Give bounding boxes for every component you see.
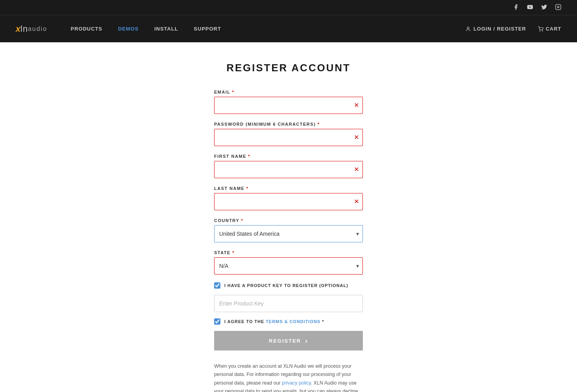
terms-checkbox-row: I AGREE TO THE TERMS & CONDITIONS * xyxy=(214,318,363,325)
svg-point-3 xyxy=(467,27,469,29)
password-input[interactable] xyxy=(214,129,363,146)
nav-support[interactable]: SUPPORT xyxy=(194,26,221,32)
firstname-clear-icon[interactable]: ✕ xyxy=(354,166,359,173)
product-key-checkbox-label[interactable]: I HAVE A PRODUCT KEY TO REGISTER (OPTION… xyxy=(224,283,348,288)
cart-link[interactable]: CART xyxy=(538,26,561,32)
logo-ln: ln xyxy=(20,24,28,34)
social-bar xyxy=(0,0,577,15)
nav-links: PRODUCTS DEMOS INSTALL SUPPORT xyxy=(71,26,466,32)
firstname-input[interactable] xyxy=(214,161,363,178)
state-select[interactable]: N/A Alabama Alaska Arizona California Co… xyxy=(214,257,363,275)
login-register-link[interactable]: LOGIN / REGISTER xyxy=(465,26,526,32)
lastname-clear-icon[interactable]: ✕ xyxy=(354,199,359,205)
nav-right: LOGIN / REGISTER CART xyxy=(465,26,561,32)
twitter-link[interactable] xyxy=(541,4,547,11)
product-key-input[interactable] xyxy=(214,295,363,312)
main-content: REGISTER ACCOUNT EMAIL * ✕ PASSWORD (MIN… xyxy=(112,42,465,392)
privacy-policy-link[interactable]: privacy policy xyxy=(282,380,311,386)
country-group: COUNTRY * United States of America Unite… xyxy=(214,218,363,242)
instagram-link[interactable] xyxy=(555,4,561,11)
svg-rect-0 xyxy=(555,4,561,9)
page-title: REGISTER ACCOUNT xyxy=(120,62,457,74)
state-label: STATE * xyxy=(214,250,363,255)
nav-install[interactable]: INSTALL xyxy=(154,26,178,32)
lastname-group: LAST NAME * ✕ xyxy=(214,186,363,210)
lastname-label: LAST NAME * xyxy=(214,186,363,191)
email-clear-icon[interactable]: ✕ xyxy=(354,102,359,108)
navbar: x ln audio PRODUCTS DEMOS INSTALL SUPPOR… xyxy=(0,15,577,42)
email-input[interactable] xyxy=(214,97,363,114)
email-label: EMAIL * xyxy=(214,90,363,94)
privacy-text: When you create an account at XLN Audio … xyxy=(214,362,363,392)
nav-products[interactable]: PRODUCTS xyxy=(71,26,103,32)
terms-checkbox-label[interactable]: I AGREE TO THE TERMS & CONDITIONS * xyxy=(224,319,324,324)
firstname-input-wrapper: ✕ xyxy=(214,161,363,178)
password-group: PASSWORD (MINIMUM 6 CHARACTERS) * ✕ xyxy=(214,122,363,146)
firstname-group: FIRST NAME * ✕ xyxy=(214,154,363,178)
country-select-wrapper: United States of America United Kingdom … xyxy=(214,225,363,242)
password-input-wrapper: ✕ xyxy=(214,129,363,146)
password-clear-icon[interactable]: ✕ xyxy=(354,134,359,141)
terms-checkbox[interactable] xyxy=(214,318,220,325)
product-key-checkbox-row: I HAVE A PRODUCT KEY TO REGISTER (OPTION… xyxy=(214,282,363,289)
product-key-checkbox[interactable] xyxy=(214,282,220,289)
svg-point-2 xyxy=(559,5,560,6)
facebook-link[interactable] xyxy=(513,4,519,11)
lastname-input-wrapper: ✕ xyxy=(214,193,363,210)
country-select[interactable]: United States of America United Kingdom … xyxy=(214,225,363,242)
logo[interactable]: x ln audio xyxy=(16,24,47,34)
country-label: COUNTRY * xyxy=(214,218,363,223)
state-group: STATE * N/A Alabama Alaska Arizona Calif… xyxy=(214,250,363,275)
email-group: EMAIL * ✕ xyxy=(214,90,363,114)
email-input-wrapper: ✕ xyxy=(214,97,363,114)
register-arrow-icon: › xyxy=(305,337,308,345)
logo-x: x xyxy=(16,24,20,34)
svg-point-5 xyxy=(542,31,543,31)
logo-audio: audio xyxy=(28,25,47,33)
svg-point-1 xyxy=(557,6,559,8)
nav-demos[interactable]: DEMOS xyxy=(118,26,139,32)
register-button[interactable]: REGISTER › xyxy=(214,331,363,350)
terms-conditions-link[interactable]: TERMS & CONDITIONS xyxy=(266,319,321,324)
password-label: PASSWORD (MINIMUM 6 CHARACTERS) * xyxy=(214,122,363,126)
youtube-link[interactable] xyxy=(527,4,533,11)
lastname-input[interactable] xyxy=(214,193,363,210)
state-select-wrapper: N/A Alabama Alaska Arizona California Co… xyxy=(214,257,363,275)
firstname-label: FIRST NAME * xyxy=(214,154,363,159)
svg-point-4 xyxy=(540,31,540,31)
register-form: EMAIL * ✕ PASSWORD (MINIMUM 6 CHARACTERS… xyxy=(214,90,363,392)
